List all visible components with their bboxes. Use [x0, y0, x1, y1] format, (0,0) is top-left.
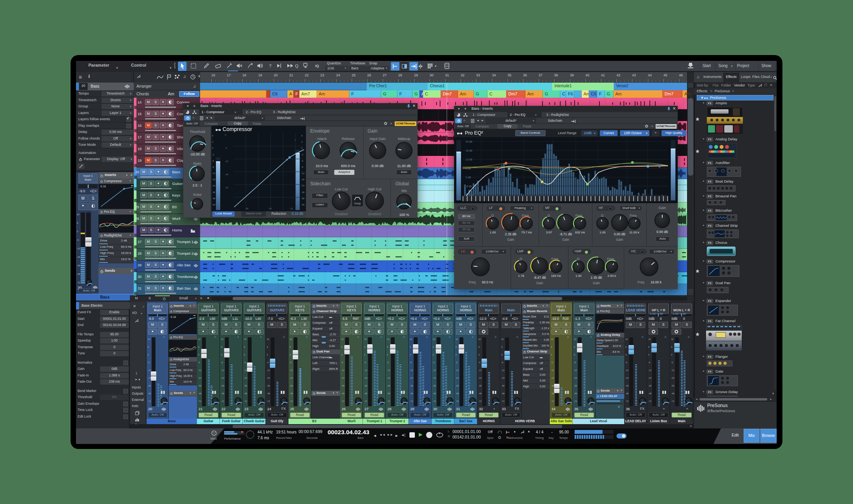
svg-text:16: 16 [211, 73, 215, 77]
svg-text:39: 39 [570, 73, 574, 77]
svg-text:34: 34 [492, 73, 496, 77]
svg-text:0: 0 [212, 147, 213, 149]
svg-text:42: 42 [616, 73, 620, 77]
svg-text:-12: -12 [212, 172, 215, 174]
svg-text:25: 25 [352, 73, 356, 77]
svg-text:33: 33 [476, 73, 480, 77]
svg-text:37: 37 [539, 73, 542, 77]
svg-text:-9: -9 [212, 166, 214, 168]
svg-text:-3: -3 [212, 154, 214, 156]
svg-text:18: 18 [242, 73, 246, 77]
svg-text:0 dB: 0 dB [466, 176, 471, 179]
svg-text:40: 40 [585, 73, 589, 77]
svg-text:-12: -12 [290, 207, 293, 210]
svg-text:-12: -12 [225, 160, 228, 162]
svg-text:-6 dB: -6 dB [466, 185, 472, 188]
svg-text:45: 45 [663, 73, 667, 77]
svg-text:23: 23 [320, 73, 324, 77]
svg-text:43: 43 [632, 73, 636, 77]
svg-text:6: 6 [212, 135, 213, 137]
svg-text:31: 31 [445, 73, 449, 77]
svg-text:-36: -36 [212, 191, 215, 193]
svg-text:-6: -6 [212, 160, 214, 162]
svg-text:-6: -6 [225, 147, 227, 149]
svg-text:-60: -60 [212, 204, 215, 206]
svg-text:-5.18: -5.18 [170, 316, 176, 318]
svg-text:22: 22 [305, 73, 309, 77]
svg-text:29: 29 [414, 73, 418, 77]
svg-text:26: 26 [367, 73, 371, 77]
svg-text:20: 20 [274, 73, 278, 77]
svg-text:18 dB: 18 dB [466, 149, 472, 152]
svg-text:46: 46 [679, 73, 683, 77]
svg-text:21: 21 [289, 73, 293, 77]
svg-text:-18: -18 [225, 173, 228, 176]
svg-text:24 dB: 24 dB [466, 140, 472, 143]
svg-text:32: 32 [461, 73, 464, 77]
svg-text:-18: -18 [212, 178, 215, 181]
svg-text:35: 35 [508, 73, 511, 77]
svg-text:17: 17 [227, 73, 231, 77]
svg-text:38: 38 [554, 73, 558, 77]
svg-text:28: 28 [398, 73, 402, 77]
svg-text:-36: -36 [245, 207, 249, 210]
svg-text:41: 41 [601, 73, 605, 77]
svg-text:44: 44 [648, 73, 652, 77]
svg-text:0: 0 [225, 134, 226, 136]
svg-text:-24: -24 [268, 207, 272, 210]
svg-text:-24: -24 [225, 186, 228, 189]
svg-text:-48: -48 [212, 197, 215, 200]
svg-text:27: 27 [383, 73, 387, 77]
svg-text:19: 19 [258, 73, 262, 77]
svg-text:24: 24 [336, 73, 340, 77]
svg-text:36: 36 [523, 73, 527, 77]
svg-text:30: 30 [430, 73, 433, 77]
svg-text:3: 3 [212, 141, 213, 143]
svg-text:-24: -24 [212, 185, 215, 187]
svg-text:12 dB: 12 dB [466, 158, 472, 161]
